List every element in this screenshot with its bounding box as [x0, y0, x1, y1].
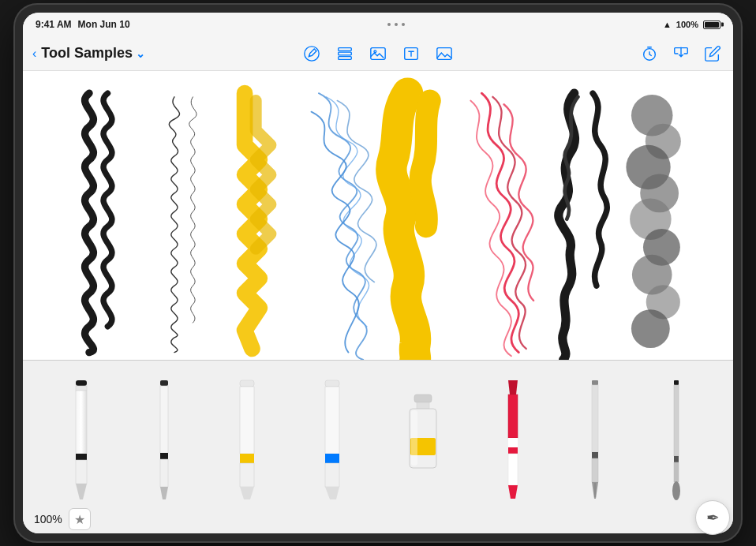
svg-rect-40	[417, 402, 429, 409]
zoom-area: 100% ★	[34, 508, 91, 530]
svg-rect-52	[592, 452, 598, 458]
wifi-icon: ▲	[663, 20, 672, 29]
dot1	[387, 23, 391, 26]
text-icon	[402, 45, 420, 62]
nib-pen-svg	[583, 379, 607, 501]
timer-icon	[641, 45, 658, 62]
dot3	[402, 23, 405, 26]
tool-pen-black[interactable]	[67, 379, 95, 501]
back-button[interactable]: ‹	[32, 47, 36, 61]
fineliner-svg	[152, 379, 176, 501]
svg-rect-47	[508, 447, 518, 454]
svg-rect-3	[339, 56, 352, 59]
svg-rect-50	[592, 380, 598, 385]
tool-nib-pen[interactable]	[583, 379, 607, 501]
pen-black-svg	[67, 379, 95, 501]
ipad-screen: 9:41 AM Mon Jun 10 ▲ 100% ‹	[23, 13, 733, 533]
pen-nib-floating-button[interactable]: ✒	[695, 500, 730, 533]
favorite-button[interactable]: ★	[69, 508, 91, 530]
paint-jar-svg	[403, 379, 443, 501]
svg-rect-24	[160, 380, 168, 386]
blue-pencil-scribble	[312, 93, 376, 360]
title-area: Tool Samples ⌄	[41, 45, 145, 62]
svg-rect-25	[160, 386, 168, 453]
share-icon	[672, 45, 690, 62]
svg-rect-46	[508, 438, 518, 447]
tool-paint-jar[interactable]	[403, 379, 443, 501]
tool-brush-gray[interactable]	[664, 379, 689, 501]
svg-marker-49	[508, 485, 518, 499]
svg-marker-38	[325, 487, 339, 499]
edit-icon	[704, 45, 721, 62]
svg-rect-56	[674, 380, 679, 385]
tool-fineliner[interactable]	[152, 379, 176, 501]
svg-rect-29	[240, 380, 254, 387]
document-title: Tool Samples	[41, 45, 133, 62]
svg-rect-43	[411, 410, 417, 466]
edit-button[interactable]	[702, 43, 724, 65]
brush-gray-svg	[664, 379, 689, 501]
battery-fill	[705, 22, 719, 28]
svg-marker-28	[160, 487, 168, 499]
svg-rect-19	[76, 386, 87, 391]
timer-button[interactable]	[638, 43, 661, 65]
pen-nib-icon: ✒	[706, 508, 720, 527]
svg-rect-27	[160, 459, 168, 487]
svg-rect-48	[508, 454, 518, 485]
tools-row	[23, 361, 733, 505]
black-calligraphy	[559, 93, 607, 360]
svg-point-0	[305, 46, 319, 60]
tool-marker-blue[interactable]	[318, 379, 346, 501]
svg-rect-35	[325, 387, 339, 454]
svg-rect-36	[325, 454, 339, 463]
status-center	[387, 23, 405, 26]
svg-rect-59	[674, 462, 679, 482]
tool-marker-yellow[interactable]	[233, 379, 261, 501]
pencil-circle-button[interactable]	[301, 43, 323, 65]
time-display: 9:41 AM	[36, 19, 72, 30]
svg-rect-45	[508, 395, 518, 438]
layers-icon	[336, 45, 354, 62]
svg-rect-32	[240, 463, 254, 487]
battery-icon	[703, 21, 720, 29]
svg-rect-26	[160, 453, 168, 459]
svg-point-5	[374, 50, 376, 52]
yellow-marker	[245, 93, 271, 349]
svg-rect-2	[339, 52, 352, 55]
pencil-circle-icon	[303, 45, 320, 62]
star-icon: ★	[74, 512, 85, 527]
toolbar-center	[265, 43, 492, 65]
svg-rect-22	[76, 460, 87, 484]
svg-rect-58	[674, 456, 679, 462]
zoom-level: 100%	[34, 513, 62, 525]
pen-loops	[169, 97, 196, 353]
layers-button[interactable]	[334, 43, 356, 65]
svg-rect-1	[339, 47, 352, 50]
svg-rect-34	[325, 380, 339, 387]
toolbar-right	[497, 43, 724, 65]
svg-marker-23	[76, 484, 87, 499]
palette-bottom: 100% ★	[23, 505, 733, 533]
image-button[interactable]	[433, 43, 455, 65]
canvas-area[interactable]	[23, 71, 733, 360]
svg-rect-31	[240, 454, 254, 463]
text-button[interactable]	[400, 43, 422, 65]
tool-palette: 100% ★	[23, 360, 733, 533]
gallery-button[interactable]	[367, 43, 389, 65]
battery-percent: 100%	[676, 20, 698, 29]
date-display: Mon Jun 10	[78, 19, 130, 30]
svg-rect-20	[76, 391, 87, 454]
status-left: 9:41 AM Mon Jun 10	[36, 19, 130, 30]
svg-rect-53	[592, 458, 598, 482]
status-bar: 9:41 AM Mon Jun 10 ▲ 100%	[23, 13, 733, 36]
tool-crayon-red[interactable]	[500, 379, 526, 501]
status-right: ▲ 100%	[663, 20, 720, 29]
share-button[interactable]	[670, 43, 692, 65]
drawings-canvas	[23, 71, 733, 360]
crayon-red-svg	[500, 379, 526, 501]
marker-yellow-svg	[233, 379, 261, 501]
toolbar: ‹ Tool Samples ⌄	[23, 36, 733, 71]
svg-marker-44	[508, 380, 518, 395]
title-dropdown-arrow[interactable]: ⌄	[136, 47, 145, 60]
ipad-frame: 9:41 AM Mon Jun 10 ▲ 100% ‹	[15, 5, 741, 541]
